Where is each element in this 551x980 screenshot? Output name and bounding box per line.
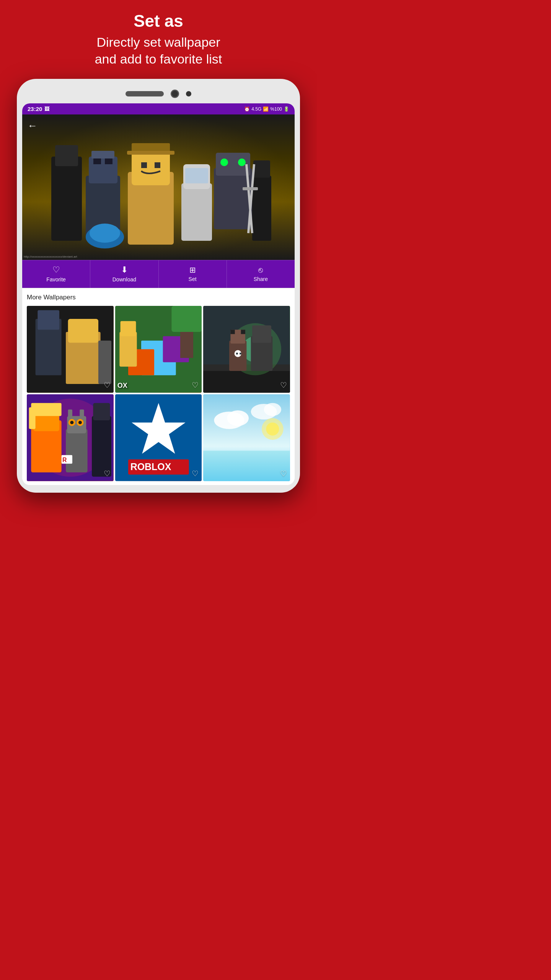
svg-rect-21 (252, 176, 271, 241)
svg-text:R: R (62, 457, 67, 463)
svg-rect-1 (51, 157, 82, 241)
thumb3-svg (203, 306, 290, 393)
svg-rect-6 (155, 162, 160, 168)
signal-text: 4.5G (251, 106, 261, 112)
thumb-1-bg (27, 306, 114, 393)
svg-point-80 (227, 410, 249, 426)
heart-icon-2[interactable]: ♡ (192, 381, 199, 390)
svg-rect-39 (120, 321, 136, 336)
heart-icon-6[interactable]: ♡ (280, 469, 287, 478)
set-label: Set (189, 276, 197, 282)
svg-rect-52 (236, 353, 238, 355)
action-bar: ♡ Favorite ⬇ Download ⊞ Set ⎋ Share (22, 260, 295, 288)
thumb1-svg (27, 306, 114, 393)
roblox-wallpaper-svg (44, 126, 273, 256)
svg-rect-71 (93, 403, 110, 420)
svg-rect-10 (89, 157, 117, 183)
svg-rect-4 (132, 151, 170, 185)
grid-item-3[interactable]: ♡ (203, 306, 290, 393)
thumb-4-bg: R (27, 394, 114, 481)
subtitle-text: Directly set wallpaperand add to favorit… (95, 34, 222, 67)
set-button[interactable]: ⊞ Set (159, 260, 227, 288)
battery-text: %100 (270, 106, 282, 112)
svg-rect-8 (127, 151, 174, 155)
svg-point-19 (220, 158, 228, 166)
more-title: More Wallpapers (27, 294, 290, 301)
svg-rect-12 (93, 158, 101, 164)
download-button[interactable]: ⬇ Download (90, 260, 158, 288)
status-bar: 23:20 🖼 ⏰ 4.5G 📶 %100 🔋 (22, 103, 295, 114)
share-button[interactable]: ⎋ Share (227, 260, 295, 288)
svg-rect-64 (68, 410, 72, 418)
svg-rect-61 (29, 407, 36, 429)
svg-rect-11 (91, 151, 114, 158)
heart-icon-1[interactable]: ♡ (104, 381, 111, 390)
svg-rect-22 (253, 160, 270, 178)
phone-sensor (186, 91, 191, 96)
thumb-5-bg: ROBLOX (115, 394, 202, 481)
phone-mockup: 23:20 🖼 ⏰ 4.5G 📶 %100 🔋 (17, 79, 300, 492)
svg-point-85 (266, 423, 279, 436)
thumb4-svg: R (27, 394, 114, 481)
svg-rect-38 (119, 332, 137, 367)
thumb-6-bg (203, 394, 290, 481)
phone-notch (22, 87, 295, 103)
svg-rect-65 (80, 410, 84, 418)
watermark: http://xxxxxxxxxxxxxxxxxxxx/deviant.art (24, 255, 77, 258)
grid-item-6[interactable]: ♡ (203, 394, 290, 481)
grid-item-2[interactable]: OX ♡ (115, 306, 202, 393)
svg-rect-2 (55, 145, 78, 166)
thumb-2-bg (115, 306, 202, 393)
svg-rect-14 (181, 183, 212, 241)
photo-icon: 🖼 (44, 106, 49, 112)
svg-rect-70 (92, 416, 111, 477)
svg-rect-49 (231, 330, 235, 334)
svg-rect-13 (105, 158, 112, 164)
download-label: Download (112, 276, 136, 283)
status-left: 23:20 🖼 (28, 106, 49, 112)
svg-rect-55 (252, 325, 271, 343)
phone-speaker (126, 91, 164, 96)
thumb6-svg (203, 394, 290, 481)
svg-rect-60 (31, 403, 61, 416)
header-section: Set as Directly set wallpaperand add to … (80, 0, 238, 75)
more-section: More Wallpapers ♡ (22, 288, 295, 485)
svg-rect-83 (203, 451, 290, 481)
share-label: Share (254, 276, 268, 282)
download-icon: ⬇ (121, 266, 128, 274)
back-button[interactable]: ← (28, 120, 37, 132)
favorite-button[interactable]: ♡ Favorite (22, 260, 90, 288)
svg-rect-16 (185, 168, 208, 183)
battery-icon: 🔋 (284, 106, 289, 112)
wallpaper-characters-bg (22, 114, 295, 260)
grid-item-1[interactable]: ♡ (27, 306, 114, 393)
svg-rect-33 (98, 341, 111, 384)
heart-icon-5[interactable]: ♡ (192, 469, 199, 478)
grid-item-4[interactable]: R ♡ (27, 394, 114, 481)
grid-item-5[interactable]: ROBLOX ♡ (115, 394, 202, 481)
favorite-label: Favorite (46, 276, 66, 283)
favorite-icon: ♡ (52, 266, 60, 274)
svg-rect-5 (141, 162, 147, 168)
thumb-3-bg (203, 306, 290, 393)
svg-point-82 (264, 403, 281, 416)
svg-point-27 (90, 224, 120, 243)
svg-rect-30 (37, 310, 59, 330)
set-icon: ⊞ (189, 266, 196, 274)
alarm-icon: ⏰ (244, 106, 250, 112)
svg-point-68 (70, 421, 73, 424)
wallpaper-display: ← http://xxxxxxxxxxxxxxxxxxxx/deviant.ar… (22, 114, 295, 260)
heart-icon-4[interactable]: ♡ (104, 469, 111, 478)
signal-bars-icon: 📶 (263, 106, 269, 112)
phone-screen: 23:20 🖼 ⏰ 4.5G 📶 %100 🔋 (22, 103, 295, 485)
svg-rect-25 (243, 187, 258, 190)
svg-rect-41 (171, 306, 202, 332)
heart-icon-3[interactable]: ♡ (280, 381, 287, 390)
svg-point-20 (238, 158, 246, 166)
svg-text:ROBLOX: ROBLOX (130, 461, 171, 472)
wallpaper-grid: ♡ (27, 306, 290, 481)
thumb5-svg: ROBLOX (115, 394, 202, 481)
svg-point-69 (78, 421, 82, 424)
phone-camera (171, 90, 179, 98)
grid-text-2: OX (117, 382, 127, 390)
